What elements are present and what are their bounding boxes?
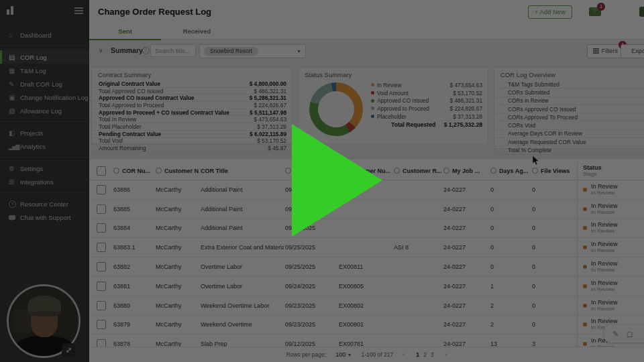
table-row[interactable]: 63881 McCarthy Overtime Labor 09/24/2025… xyxy=(89,277,644,296)
overview-row-label: Average Requested COR Value xyxy=(508,139,586,145)
column-header[interactable]: Days Ag... xyxy=(489,162,531,180)
cell-customer-number: EX00811 xyxy=(337,257,392,276)
cell-customer-name: McCarthy xyxy=(154,296,199,315)
cell-my-job: 24-0227 xyxy=(442,200,489,219)
summary-row-value: $ 6,022,115.89 xyxy=(250,131,286,137)
overview-row: CORs Void xyxy=(494,121,644,129)
table-row[interactable]: 63879 McCarthy Weekend Overtime 09/23/20… xyxy=(89,316,644,335)
status-dot-icon xyxy=(583,226,587,230)
summary-row-label: Approved CO Issued Contract Value xyxy=(99,95,250,101)
project-chip[interactable]: Snowbird Resort xyxy=(204,47,258,56)
legend-dot xyxy=(371,91,374,95)
row-checkbox[interactable] xyxy=(97,301,106,310)
sidebar-item-analytics[interactable]: ▂▅▇ Analytics xyxy=(0,139,89,153)
cell-customer-name: McCarthy xyxy=(154,316,199,335)
play-button[interactable] xyxy=(292,124,382,237)
cell-date: 09/25/2025 xyxy=(284,238,337,257)
sidebar-item-label: Analytics xyxy=(20,143,46,150)
status-legend: In Review $ 473,654.63 Void Amount $ 53,… xyxy=(371,81,482,120)
status-value: In Review xyxy=(591,221,618,228)
row-checkbox[interactable] xyxy=(97,282,106,291)
page-number-1[interactable]: 1 xyxy=(414,351,421,358)
legend-item: Approved to Proceed $ 224,826.67 xyxy=(371,105,482,113)
table-row[interactable]: 63882 McCarthy Overtime Labor 09/25/2025… xyxy=(89,257,644,277)
summary-row: Total Approved to Proceed $ 224,826.67 xyxy=(92,102,292,109)
status-value: In Review xyxy=(591,299,618,306)
summary-row-label: Total Approved to Proceed xyxy=(99,102,254,109)
column-header[interactable]: My Job ... xyxy=(442,162,489,180)
sidebar-item-tm-log[interactable]: ▦ T&M Log xyxy=(0,64,89,77)
clipped-header-icon[interactable] xyxy=(639,7,644,17)
cell-cor-number: 63883.1 xyxy=(112,238,154,257)
table-row[interactable]: 63878 McCarthy Slab Prep 09/12/2025 EX00… xyxy=(89,335,644,347)
page-number-2[interactable]: 2 xyxy=(421,351,429,358)
cell-status: In Review In Review xyxy=(577,219,642,238)
cell-days-ago: 0 xyxy=(489,238,531,257)
table-row[interactable]: 63883.1 McCarthy Extra Exterior Coat and… xyxy=(89,238,644,257)
sidebar-item-draft-cor-log[interactable]: ✎ Draft COR Log xyxy=(0,77,89,90)
collapse-summary-icon[interactable]: ∨ xyxy=(99,47,103,54)
allowance-log-icon: ▧ xyxy=(9,107,20,115)
column-header[interactable]: COR Title xyxy=(199,162,284,180)
next-page-button[interactable]: › xyxy=(445,351,447,358)
legend-label: Approved to Proceed xyxy=(377,105,450,112)
page-number-3[interactable]: 3 xyxy=(429,351,436,358)
add-new-button[interactable]: + Add New xyxy=(528,5,572,19)
row-checkbox[interactable] xyxy=(97,243,106,252)
sidebar-item-projects[interactable]: ◧ Projects xyxy=(0,126,89,139)
sidebar-item-change-notification-log[interactable]: ▣ Change Notification Log xyxy=(0,90,89,104)
duplicate-icon[interactable]: ◻ xyxy=(627,330,633,339)
cell-days-ago: 0 xyxy=(489,200,531,219)
cell-file-views: 0 xyxy=(531,180,577,199)
prev-page-button[interactable]: ‹ xyxy=(402,351,405,358)
row-checkbox[interactable] xyxy=(97,262,106,272)
cell-file-views: 0 xyxy=(531,296,577,315)
row-checkbox[interactable] xyxy=(97,223,106,233)
contract-summary-rows: Original Contract Value $ 4,800,000.00 T… xyxy=(92,80,292,152)
sidebar-item-integrations[interactable]: ⊞ Integrations xyxy=(0,175,89,188)
tab-received[interactable]: Received xyxy=(161,24,233,39)
total-requested-row: Total Requested $ 1,275,332.28 xyxy=(391,121,482,128)
overview-row-label: CORs Approved CO Issued xyxy=(508,106,576,113)
projects-icon: ◧ xyxy=(9,129,20,137)
summary-row: Total In Review $ 473,654.63 xyxy=(92,116,292,123)
nav-divider xyxy=(0,192,89,193)
cell-cor-title: Overtime Labor xyxy=(199,257,284,276)
sidebar-item-label: COR Log xyxy=(20,54,47,61)
sidebar-item-chat-with-support[interactable]: Chat with Support xyxy=(0,210,89,224)
cell-customer-number xyxy=(337,238,392,257)
webcam-expand-button[interactable] xyxy=(62,343,76,357)
sidebar-item-settings[interactable]: ⚙ Settings xyxy=(0,162,89,175)
cell-customer-ref xyxy=(392,335,442,347)
rows-per-page-select[interactable]: 100 ▼ xyxy=(335,351,352,358)
row-checkbox[interactable] xyxy=(97,320,106,329)
table-row[interactable]: 63880 McCarthy Weekend Overtime Labor 09… xyxy=(89,296,644,316)
sidebar-item-allowance-log[interactable]: ▧ Allowance Log xyxy=(0,104,89,117)
legend-dot xyxy=(371,99,374,103)
range-label: 1-100 of 217 xyxy=(361,351,393,358)
mouse-cursor xyxy=(532,155,540,166)
sidebar-item-cor-log[interactable]: ▤ COR Log xyxy=(0,50,89,64)
select-all-checkbox[interactable] xyxy=(97,166,106,176)
edit-pencil-icon[interactable]: ✎ xyxy=(612,330,619,339)
column-header[interactable]: Customer R... xyxy=(392,162,442,180)
search-input[interactable]: Search title... xyxy=(150,44,196,57)
row-checkbox[interactable] xyxy=(97,204,106,214)
sidebar-item-dashboard[interactable]: ⌂ Dashboard xyxy=(0,28,89,42)
collapse-sidebar-icon[interactable] xyxy=(74,10,83,11)
overview-row: CORs Submitted xyxy=(494,88,644,97)
sidebar-item-resource-center[interactable]: ? Resource Center xyxy=(0,197,89,210)
column-header[interactable]: COR Nu... xyxy=(112,162,154,180)
project-select[interactable]: Snowbird Resort ▼ xyxy=(199,44,306,58)
export-button[interactable]: Export xyxy=(621,44,644,58)
column-header-status[interactable]: StatusStage xyxy=(577,162,642,180)
status-stage: In Review xyxy=(591,286,618,293)
legend-value: $ 486,321.31 xyxy=(450,97,482,104)
summary-toolbar: ∨ Summary i Search title... Snowbird Res… xyxy=(89,40,644,64)
pagination-bar: Rows per page: 100 ▼ 1-100 of 217 ‹ 123 … xyxy=(89,347,644,362)
summary-row-label: Approved to Proceed + CO Issued Contract… xyxy=(99,109,250,116)
summary-row-label: Total Approved CO Issued xyxy=(99,88,254,95)
column-header[interactable]: Customer N... xyxy=(154,162,199,180)
tab-sent[interactable]: Sent xyxy=(89,24,161,40)
row-checkbox[interactable] xyxy=(97,185,106,194)
